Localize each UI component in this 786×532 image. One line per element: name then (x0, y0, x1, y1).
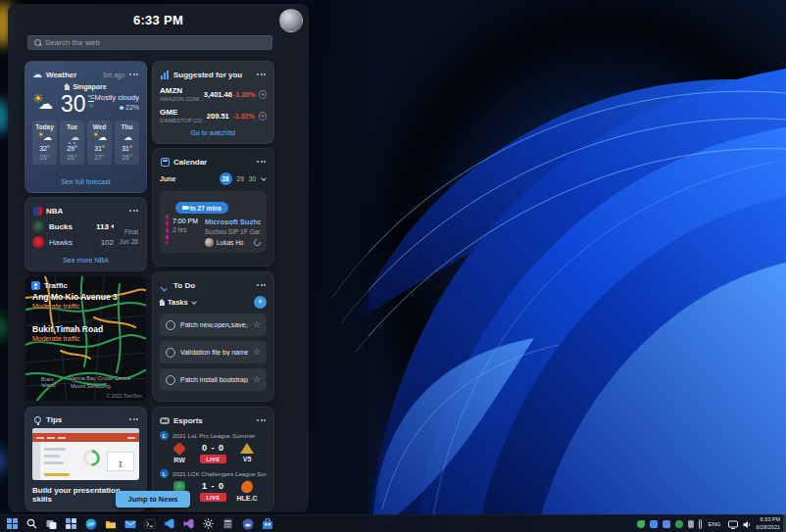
pen-icon[interactable] (699, 519, 702, 529)
language-indicator[interactable]: ENG (707, 521, 723, 527)
calculator-icon[interactable] (221, 517, 234, 530)
home-icon (65, 86, 70, 90)
calendar-widget[interactable]: Calendar June 28 29 30 In 27 mins 7:00 P… (152, 148, 274, 266)
event-countdown-pill[interactable]: In 27 mins (175, 202, 228, 214)
see-full-forecast-link[interactable]: See full forecast (32, 178, 139, 185)
traffic-widget[interactable]: Traffic Ang Mo Kio Avenue 3 Moderate tra… (25, 275, 147, 402)
map-label: Marina Bay Cruise Centre (69, 375, 130, 382)
edge-icon[interactable] (84, 517, 97, 530)
add-to-watchlist-icon[interactable]: + (259, 112, 267, 121)
task-checkbox[interactable] (166, 320, 175, 330)
chevron-down-icon[interactable] (191, 299, 197, 305)
weather-title: Weather (46, 71, 76, 79)
calendar-day-selected[interactable]: 28 (220, 172, 232, 185)
desktop-blur-blob (0, 315, 7, 339)
search-bar[interactable] (27, 35, 272, 50)
search-input[interactable] (45, 38, 266, 47)
tray-app-icon[interactable] (650, 520, 658, 528)
start-button[interactable] (6, 517, 19, 530)
league-row[interactable]: L 2021 LoL Pro League Summer (160, 431, 267, 440)
weather-updated: 6m ago (103, 72, 124, 78)
go-to-watchlist-link[interactable]: Go to watchlist (160, 129, 267, 136)
task-item[interactable]: Patch new,open,save,edi... ☆ (160, 314, 267, 336)
todo-widget[interactable]: To Do Tasks + Patch new,open,save,edi...… (152, 271, 274, 402)
todo-icon (160, 280, 170, 290)
fahrenheit-toggle[interactable]: °F (88, 103, 95, 109)
gamepad-icon (160, 415, 170, 425)
forecast-day[interactable]: Thu ☁ 31° 26° (115, 121, 139, 165)
weather-widget[interactable]: ☁ Weather 6m ago Singapore ☀☁ 30 °C °F M… (25, 61, 147, 193)
widgets-panel: 6:33 PM ☁ Weather 6m ago Singapore ☀☁ 30… (8, 4, 309, 512)
team-logo (240, 480, 255, 495)
star-icon[interactable]: ☆ (253, 320, 261, 329)
taskbar-clock[interactable]: 6:33 PM 6/28/2021 (757, 516, 780, 531)
stock-row[interactable]: GME GAMESTOP CO... 209.51 -1.32% + (160, 108, 267, 123)
widget-menu-icon[interactable] (128, 207, 139, 215)
mini-chart-graphic (107, 452, 134, 471)
widget-menu-icon[interactable] (256, 158, 267, 166)
tray-app-icon[interactable] (688, 520, 694, 528)
calendar-day[interactable]: 29 (237, 175, 244, 182)
nba-logo-icon (32, 206, 42, 216)
widgets-taskbar-icon[interactable] (65, 517, 77, 530)
tips-thumbnail[interactable] (32, 428, 139, 480)
widget-menu-icon[interactable] (256, 416, 267, 424)
tray-app-icon[interactable] (663, 520, 670, 528)
calendar-title: Calendar (173, 158, 207, 167)
taskbar: ENG 6:33 PM 6/28/2021 (0, 514, 786, 532)
vscode-icon[interactable] (163, 517, 175, 530)
see-more-nba-link[interactable]: See more NBA (32, 257, 139, 264)
stocks-widget[interactable]: Suggested for you AMZN AMAZON.COM... 3,4… (152, 61, 274, 144)
game-status: Final Jun 28 (119, 227, 138, 247)
jump-to-news-button[interactable]: Jump to News (116, 491, 190, 508)
widget-menu-icon[interactable] (256, 71, 267, 78)
add-task-button[interactable]: + (254, 296, 267, 309)
match-row[interactable]: RW 0 - 0 LIVE V5 (160, 443, 267, 464)
add-to-watchlist-icon[interactable]: + (259, 90, 267, 99)
mail-icon[interactable] (123, 517, 136, 530)
task-checkbox[interactable] (166, 348, 175, 358)
visual-studio-icon[interactable] (182, 517, 195, 530)
widget-menu-icon[interactable] (128, 415, 139, 423)
task-list-selector[interactable]: Tasks (168, 298, 188, 307)
tray-app-icon[interactable] (637, 520, 645, 528)
partly-sunny-icon: ☀☁ (92, 132, 107, 143)
star-icon[interactable]: ☆ (253, 348, 261, 357)
recurrence-icon (253, 238, 263, 248)
calendar-event[interactable]: In 27 mins 7:00 PM 2 hrs Microsoft Suzho… (160, 191, 267, 253)
microsoft-store-icon[interactable] (261, 517, 273, 530)
teams-icon[interactable] (241, 517, 254, 530)
hawks-logo (32, 236, 44, 248)
calendar-day[interactable]: 30 (249, 175, 256, 182)
task-item[interactable]: Patch install bootstrapp... ☆ (160, 368, 267, 391)
match-score: 1 - 0 (202, 481, 224, 491)
task-item[interactable]: Validation file by name ☆ (160, 341, 267, 363)
traffic-road: Bukit Timah Road Moderate traffic (32, 324, 103, 342)
map-attribution: © 2021 TomTom (107, 393, 142, 399)
league-row[interactable]: L 2021 LCK Challengers League Summer (160, 469, 267, 478)
terminal-icon[interactable] (143, 517, 156, 530)
task-view-icon[interactable] (45, 517, 58, 530)
search-icon (34, 39, 41, 46)
settings-icon[interactable] (202, 517, 215, 530)
nba-widget[interactable]: NBA Bucks 113 Hawks 102 Final Jun 28 See… (25, 197, 147, 271)
task-checkbox[interactable] (166, 375, 175, 385)
forecast-day[interactable]: Wed ☀☁ 31° 27° (87, 121, 112, 165)
profile-avatar[interactable] (279, 9, 303, 32)
file-explorer-icon[interactable] (104, 517, 117, 530)
celsius-toggle[interactable]: °C (88, 94, 95, 102)
widget-menu-icon[interactable] (256, 281, 267, 289)
tray-app-icon[interactable] (675, 520, 683, 528)
forecast-day[interactable]: Today ☀☁ 32° 26° (32, 121, 57, 165)
stock-row[interactable]: AMZN AMAZON.COM... 3,401.46 -1.38% + (160, 86, 267, 102)
volume-icon[interactable] (743, 515, 752, 532)
search-taskbar-icon[interactable] (25, 517, 38, 530)
weather-location[interactable]: Singapore (32, 83, 139, 90)
star-icon[interactable]: ☆ (253, 375, 261, 384)
team-logo (172, 442, 186, 456)
chevron-down-icon[interactable] (261, 175, 267, 181)
widget-menu-icon[interactable] (128, 71, 139, 78)
forecast-day[interactable]: Tue ☁ 29° 26° (60, 121, 84, 165)
traffic-title: Traffic (44, 281, 68, 290)
network-icon[interactable] (728, 515, 738, 532)
